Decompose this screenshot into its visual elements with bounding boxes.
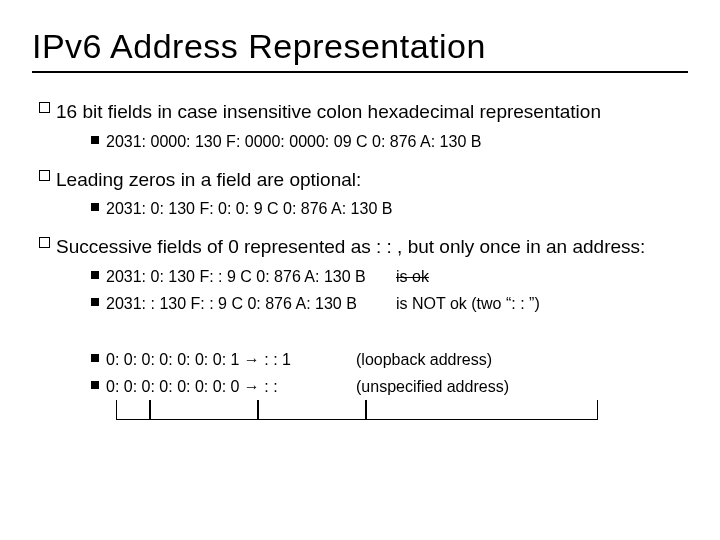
bullet-1: 16 bit fields in case insensitive colon … bbox=[32, 99, 688, 125]
bullet-1-sublist: 2031: 0000: 130 F: 0000: 0000: 09 C 0: 8… bbox=[84, 131, 688, 153]
bullet-3-sub-4-example: 0: 0: 0: 0: 0: 0: 0: 0 → : : bbox=[106, 376, 356, 398]
bullet-1-sub-1: 2031: 0000: 130 F: 0000: 0000: 09 C 0: 8… bbox=[84, 131, 688, 153]
bullet-3-sub-2: 2031: : 130 F: : 9 C 0: 876 A: 130 B is … bbox=[84, 293, 688, 315]
connector-line bbox=[366, 400, 598, 420]
bullet-3-sub-1-example: 2031: 0: 130 F: : 9 C 0: 876 A: 130 B bbox=[106, 266, 396, 288]
filled-square-bullet-icon bbox=[84, 131, 106, 144]
slide-title: IPv6 Address Representation bbox=[32, 28, 688, 65]
square-bullet-icon bbox=[32, 167, 56, 181]
bullet-3-sub-4: 0: 0: 0: 0: 0: 0: 0: 0 → : : (unspecifie… bbox=[84, 376, 688, 398]
bullet-3-sub-1: 2031: 0: 130 F: : 9 C 0: 876 A: 130 B is… bbox=[84, 266, 688, 288]
square-bullet-icon bbox=[32, 234, 56, 248]
bullet-3-sublist-1: 2031: 0: 130 F: : 9 C 0: 876 A: 130 B is… bbox=[84, 266, 688, 315]
filled-square-bullet-icon bbox=[84, 293, 106, 306]
filled-square-bullet-icon bbox=[84, 376, 106, 389]
bullet-1-text: 16 bit fields in case insensitive colon … bbox=[56, 99, 688, 125]
bullet-3-sub-3-example: 0: 0: 0: 0: 0: 0: 0: 1 → : : 1 bbox=[106, 349, 356, 371]
title-underline bbox=[32, 71, 688, 73]
filled-square-bullet-icon bbox=[84, 266, 106, 279]
bullet-3-sub-2-note: is NOT ok (two “: : ”) bbox=[396, 293, 688, 315]
bullet-3-sublist-2: 0: 0: 0: 0: 0: 0: 0: 1 → : : 1 (loopback… bbox=[84, 349, 688, 398]
filled-square-bullet-icon bbox=[84, 349, 106, 362]
bullet-2: Leading zeros in a field are optional: bbox=[32, 167, 688, 193]
bullet-3-sub-3-note: (loopback address) bbox=[356, 349, 688, 371]
bullet-3-sub-3: 0: 0: 0: 0: 0: 0: 0: 1 → : : 1 (loopback… bbox=[84, 349, 688, 371]
connector-line bbox=[116, 400, 150, 420]
bullet-3-sub-2-example: 2031: : 130 F: : 9 C 0: 876 A: 130 B bbox=[106, 293, 396, 315]
connector-line bbox=[258, 400, 366, 420]
filled-square-bullet-icon bbox=[84, 198, 106, 211]
bullet-1-sub-1-text: 2031: 0000: 130 F: 0000: 0000: 09 C 0: 8… bbox=[106, 131, 688, 153]
square-bullet-icon bbox=[32, 99, 56, 113]
bullet-3-text: Successive fields of 0 represented as : … bbox=[56, 234, 688, 260]
bullet-3-sub-4-note: (unspecified address) bbox=[356, 376, 688, 398]
bullet-2-sub-1-text: 2031: 0: 130 F: 0: 0: 9 C 0: 876 A: 130 … bbox=[106, 198, 688, 220]
bullet-2-sublist: 2031: 0: 130 F: 0: 0: 9 C 0: 876 A: 130 … bbox=[84, 198, 688, 220]
bullet-2-sub-1: 2031: 0: 130 F: 0: 0: 9 C 0: 876 A: 130 … bbox=[84, 198, 688, 220]
bullet-3-sub-1-note: is ok bbox=[396, 266, 688, 288]
bullet-3: Successive fields of 0 represented as : … bbox=[32, 234, 688, 260]
connector-line bbox=[150, 400, 258, 420]
bullet-2-text: Leading zeros in a field are optional: bbox=[56, 167, 688, 193]
slide: IPv6 Address Representation 16 bit field… bbox=[0, 0, 720, 540]
